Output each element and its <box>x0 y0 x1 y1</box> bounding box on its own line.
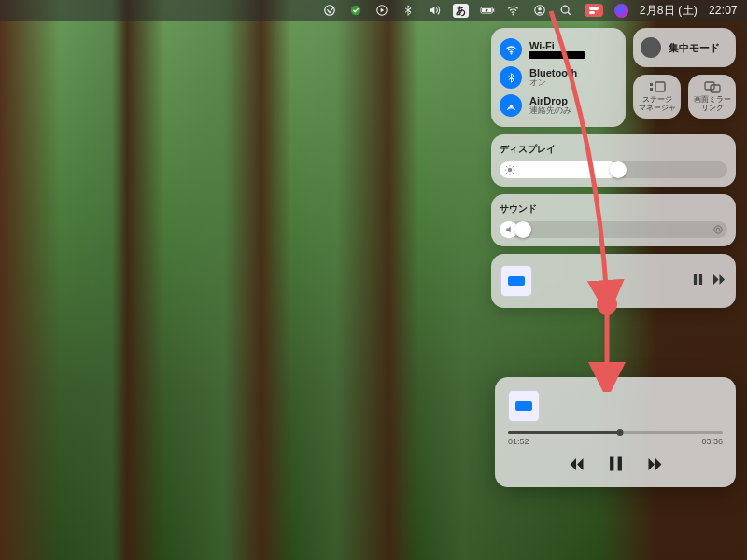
svg-point-10 <box>510 52 512 54</box>
sync-icon[interactable] <box>348 3 363 18</box>
bluetooth-icon <box>500 66 522 89</box>
control-center-panel: Wi-Fi Bluetoothオン AirDrop連絡先のみ 集中モード ステー… <box>491 28 736 308</box>
pause-button[interactable] <box>693 273 703 289</box>
svg-point-17 <box>508 168 513 173</box>
svg-rect-22 <box>610 457 613 471</box>
screen-mirroring-label: 画面ミラーリング <box>691 96 733 113</box>
user-icon[interactable] <box>532 3 547 18</box>
stage-manager-toggle[interactable]: ステージ マネージャ <box>633 75 681 119</box>
siri-icon[interactable] <box>614 4 628 18</box>
svg-point-9 <box>561 6 569 13</box>
connectivity-card: Wi-Fi Bluetoothオン AirDrop連絡先のみ <box>491 28 626 127</box>
display-card: ディスプレイ <box>491 134 736 187</box>
album-art <box>508 390 540 422</box>
playback-scrubber[interactable] <box>508 431 723 434</box>
next-button[interactable] <box>712 273 726 289</box>
wifi-icon[interactable] <box>506 3 521 18</box>
moon-icon <box>641 37 661 58</box>
media-popup: 01:52 03:36 <box>495 377 736 487</box>
svg-rect-16 <box>711 85 720 92</box>
svg-point-8 <box>538 7 542 11</box>
svg-rect-14 <box>655 82 665 91</box>
svg-point-6 <box>513 14 514 16</box>
sound-card: サウンド <box>491 194 736 246</box>
focus-label: 集中モード <box>669 41 720 55</box>
mirror-icon <box>703 80 722 93</box>
wifi-label: Wi-Fi <box>529 40 585 51</box>
bluetooth-toggle[interactable]: Bluetoothオン <box>500 64 617 91</box>
stage-manager-label: ステージ マネージャ <box>639 96 676 113</box>
svg-rect-23 <box>617 457 621 471</box>
display-slider[interactable] <box>500 161 727 178</box>
svg-rect-13 <box>650 88 653 91</box>
bluetooth-icon[interactable] <box>401 3 416 18</box>
airdrop-icon <box>500 94 522 117</box>
input-source[interactable]: あ <box>453 4 469 18</box>
menubar: あ 2月8日 (土) 22:07 <box>0 0 747 21</box>
album-art <box>500 265 532 297</box>
previous-button[interactable] <box>568 456 585 476</box>
wifi-toggle[interactable]: Wi-Fi <box>500 36 617 63</box>
elapsed-time: 01:52 <box>508 437 529 446</box>
svg-point-19 <box>716 228 720 231</box>
focus-toggle[interactable]: 集中モード <box>633 28 736 67</box>
volume-icon[interactable] <box>427 3 442 18</box>
svg-rect-21 <box>699 274 702 285</box>
next-button[interactable] <box>647 456 664 476</box>
spotlight-icon[interactable] <box>558 3 573 18</box>
svg-rect-12 <box>650 83 653 86</box>
play-status-icon[interactable] <box>374 3 389 18</box>
menubar-date[interactable]: 2月8日 (土) <box>640 3 698 19</box>
pause-button[interactable] <box>609 454 623 478</box>
power-icon[interactable] <box>322 3 337 18</box>
sound-slider[interactable] <box>500 221 727 238</box>
wifi-network-redacted <box>529 51 585 59</box>
svg-rect-5 <box>493 8 494 11</box>
stage-manager-icon <box>648 80 667 93</box>
now-playing-card[interactable] <box>491 254 736 308</box>
airdrop-toggle[interactable]: AirDrop連絡先のみ <box>500 92 617 119</box>
svg-rect-20 <box>694 274 697 285</box>
svg-rect-15 <box>705 82 714 90</box>
control-center-icon[interactable] <box>585 4 603 17</box>
airdrop-status: 連絡先のみ <box>529 106 571 116</box>
battery-icon[interactable] <box>480 3 495 18</box>
airplay-icon[interactable] <box>712 224 724 235</box>
wifi-icon <box>500 38 522 61</box>
menubar-time[interactable]: 22:07 <box>709 4 738 17</box>
screen-mirroring-toggle[interactable]: 画面ミラーリング <box>688 75 736 119</box>
total-time: 03:36 <box>701 437 723 446</box>
bluetooth-status: オン <box>529 78 577 88</box>
sound-label: サウンド <box>500 203 727 216</box>
svg-point-18 <box>714 226 722 233</box>
svg-point-0 <box>324 6 334 16</box>
sun-icon <box>504 164 515 175</box>
display-label: ディスプレイ <box>500 143 727 156</box>
